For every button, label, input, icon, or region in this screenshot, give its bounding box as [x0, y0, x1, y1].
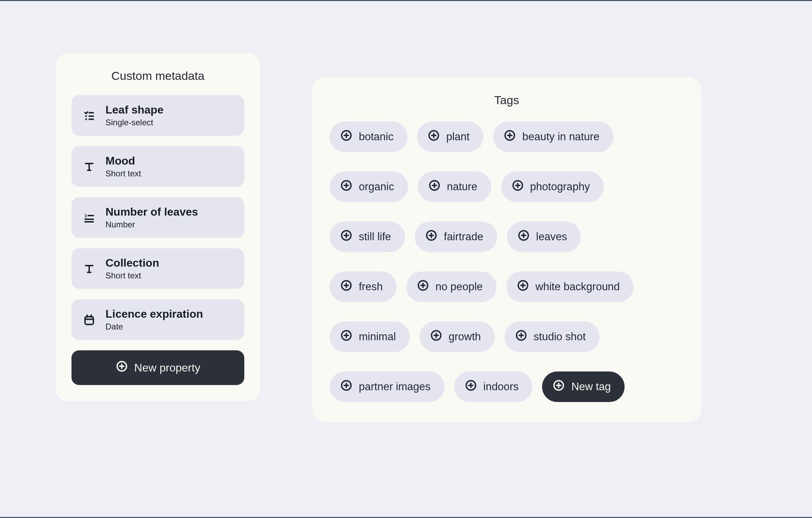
plus-circle-icon	[340, 379, 353, 394]
property-title: Mood	[105, 154, 141, 167]
plus-circle-icon	[430, 329, 442, 344]
tag-pill[interactable]: minimal	[330, 321, 410, 352]
tag-pill[interactable]: botanic	[330, 122, 407, 152]
plus-circle-icon	[340, 179, 353, 194]
tag-pill[interactable]: fairtrade	[415, 222, 497, 252]
number-icon	[82, 210, 96, 225]
tag-label: beauty in nature	[522, 131, 599, 143]
property-subtitle: Date	[105, 322, 203, 332]
property-subtitle: Number	[105, 220, 198, 229]
tag-label: photography	[530, 181, 590, 193]
tag-pill[interactable]: partner images	[330, 371, 445, 402]
property-row[interactable]: Licence expiration Date	[71, 299, 244, 340]
plus-circle-icon	[116, 360, 128, 375]
plus-circle-icon	[340, 329, 353, 344]
tags-title: Tags	[330, 93, 684, 107]
property-text: Mood Short text	[105, 154, 141, 178]
tags-card: Tags botanic plant beauty in nature orga…	[312, 77, 701, 422]
tag-pill[interactable]: still life	[330, 222, 405, 252]
tag-label: plant	[446, 131, 470, 143]
new-property-label: New property	[134, 361, 200, 374]
plus-circle-icon	[517, 279, 529, 294]
plus-circle-icon	[511, 179, 524, 194]
plus-circle-icon	[465, 379, 477, 394]
property-subtitle: Single-select	[105, 118, 163, 127]
property-title: Number of leaves	[105, 206, 198, 218]
tag-pill[interactable]: indoors	[454, 371, 533, 402]
plus-circle-icon	[425, 229, 438, 244]
tag-pill[interactable]: organic	[330, 172, 408, 202]
property-subtitle: Short text	[105, 271, 159, 281]
custom-metadata-card: Custom metadata Leaf shape Single-select…	[56, 53, 260, 401]
tag-pill[interactable]: nature	[418, 172, 491, 202]
new-tag-button[interactable]: New tag	[542, 371, 625, 402]
property-text: Number of leaves Number	[105, 206, 198, 229]
tag-pill[interactable]: growth	[420, 321, 495, 352]
new-property-button[interactable]: New property	[71, 350, 244, 385]
tag-pill[interactable]: beauty in nature	[493, 122, 613, 152]
property-text: Leaf shape Single-select	[105, 103, 163, 127]
property-title: Collection	[105, 257, 159, 269]
property-text: Collection Short text	[105, 257, 159, 281]
plus-circle-icon	[428, 129, 440, 144]
tag-pill[interactable]: no people	[406, 271, 497, 302]
plus-circle-icon	[504, 129, 516, 144]
plus-circle-icon	[340, 229, 353, 244]
tag-label: fresh	[359, 281, 383, 293]
tag-label: no people	[435, 281, 483, 293]
property-row[interactable]: Leaf shape Single-select	[71, 95, 244, 136]
tag-label: minimal	[359, 331, 396, 343]
calendar-icon	[82, 312, 96, 327]
tag-label: organic	[359, 181, 394, 193]
property-row[interactable]: Mood Short text	[71, 146, 244, 187]
tag-label: fairtrade	[444, 231, 483, 243]
single-select-icon	[82, 108, 96, 123]
tag-pill[interactable]: leaves	[507, 222, 581, 252]
tag-pill[interactable]: photography	[501, 172, 604, 202]
tag-label: growth	[449, 331, 481, 343]
property-row[interactable]: Number of leaves Number	[71, 197, 244, 238]
plus-circle-icon	[552, 379, 565, 394]
property-title: Licence expiration	[105, 308, 203, 320]
tag-label: leaves	[536, 231, 567, 243]
plus-circle-icon	[428, 179, 441, 194]
tag-label: indoors	[483, 381, 519, 393]
plus-circle-icon	[340, 129, 353, 144]
property-title: Leaf shape	[105, 103, 163, 116]
property-row[interactable]: Collection Short text	[71, 248, 244, 289]
text-icon	[82, 159, 96, 174]
tag-label: still life	[359, 231, 391, 243]
plus-circle-icon	[340, 279, 353, 294]
tag-label: white background	[535, 281, 620, 293]
tag-pill[interactable]: white background	[506, 271, 634, 302]
tag-pill[interactable]: plant	[417, 122, 483, 152]
plus-circle-icon	[517, 229, 530, 244]
tag-pill[interactable]: fresh	[330, 271, 397, 302]
plus-circle-icon	[417, 279, 429, 294]
text-icon	[82, 261, 96, 276]
tag-label: studio shot	[534, 331, 586, 343]
tag-label: partner images	[359, 381, 431, 393]
property-text: Licence expiration Date	[105, 308, 203, 332]
tags-container: botanic plant beauty in nature organic n…	[330, 122, 684, 402]
new-tag-label: New tag	[571, 381, 611, 393]
tag-label: nature	[447, 181, 477, 193]
property-subtitle: Short text	[105, 169, 141, 178]
custom-metadata-title: Custom metadata	[71, 69, 244, 83]
tag-label: botanic	[359, 131, 394, 143]
plus-circle-icon	[515, 329, 527, 344]
tag-pill[interactable]: studio shot	[505, 321, 600, 352]
